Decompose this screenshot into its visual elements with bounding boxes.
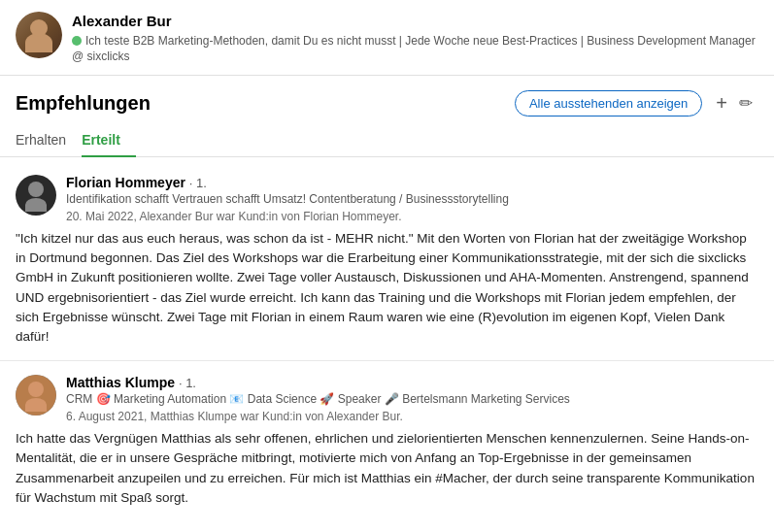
rec-name-row-matthias: Matthias Klumpe · 1. CRM 🎯 Marketing Aut… xyxy=(66,375,758,423)
rec-title-florian: Identifikation schafft Vertrauen schafft… xyxy=(66,191,758,208)
section-header: Empfehlungen Alle ausstehenden anzeigen … xyxy=(0,76,774,124)
rec-header-matthias: Matthias Klumpe · 1. CRM 🎯 Marketing Aut… xyxy=(16,375,758,423)
avatar-matthias xyxy=(16,375,56,416)
rec-name-row-florian: Florian Hommeyer · 1. Identifikation sch… xyxy=(66,175,758,223)
profile-name: Alexander Bur xyxy=(72,12,758,31)
rec-text-florian: "Ich kitzel nur das aus euch heraus, was… xyxy=(16,229,758,348)
avatar-florian xyxy=(16,175,56,216)
recommendations-list: Florian Hommeyer · 1. Identifikation sch… xyxy=(0,161,774,521)
all-pending-button[interactable]: Alle ausstehenden anzeigen xyxy=(515,90,702,116)
avatar xyxy=(16,12,62,58)
rec-text-matthias: Ich hatte das Vergnügen Matthias als seh… xyxy=(16,429,758,508)
rec-name-florian: Florian Hommeyer · 1. xyxy=(66,175,758,190)
rec-title-matthias: CRM 🎯 Marketing Automation 📧 Data Scienc… xyxy=(66,391,758,408)
rec-date-florian: 20. Mai 2022, Alexander Bur war Kund:in … xyxy=(66,210,758,223)
profile-header: Alexander Bur Ich teste B2B Marketing-Me… xyxy=(0,0,774,76)
section-title: Empfehlungen xyxy=(16,92,515,115)
rec-name-matthias: Matthias Klumpe · 1. xyxy=(66,375,758,390)
profile-info: Alexander Bur Ich teste B2B Marketing-Me… xyxy=(72,12,758,65)
profile-bio: Ich teste B2B Marketing-Methoden, damit … xyxy=(72,33,758,66)
rec-item-matthias: Matthias Klumpe · 1. CRM 🎯 Marketing Aut… xyxy=(0,361,774,521)
tab-erteilt[interactable]: Erteilt xyxy=(82,124,136,157)
rec-date-matthias: 6. August 2021, Matthias Klumpe war Kund… xyxy=(66,410,758,423)
rec-header-florian: Florian Hommeyer · 1. Identifikation sch… xyxy=(16,175,758,223)
tabs: Erhalten Erteilt xyxy=(0,124,774,157)
tab-erhalten[interactable]: Erhalten xyxy=(16,124,82,157)
online-indicator xyxy=(72,36,82,46)
rec-item-florian: Florian Hommeyer · 1. Identifikation sch… xyxy=(0,161,774,361)
add-button[interactable]: + xyxy=(710,89,733,116)
edit-button[interactable]: ✏ xyxy=(733,91,758,116)
